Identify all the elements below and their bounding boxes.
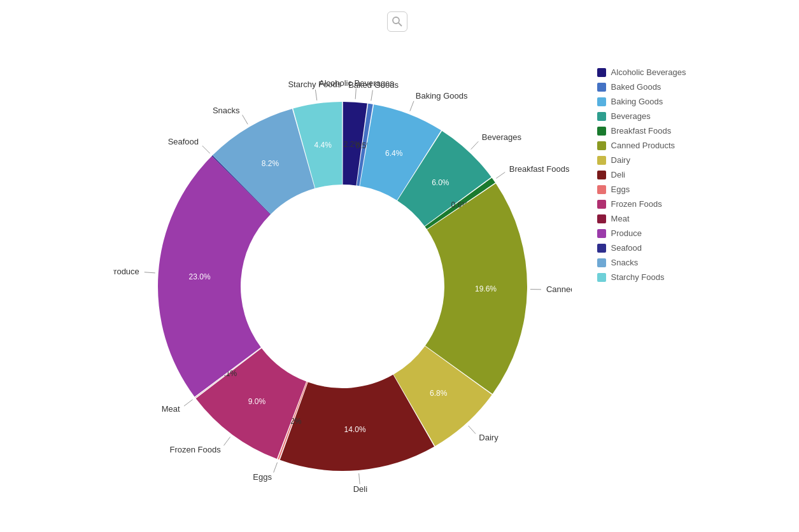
legend-label: Beverages xyxy=(611,111,651,121)
legend-label: Frozen Foods xyxy=(611,199,662,209)
legend-swatch xyxy=(597,83,606,92)
svg-line-1 xyxy=(399,23,402,26)
legend-item: Eggs xyxy=(597,185,686,194)
segment-line xyxy=(184,400,193,406)
chart-area: 2.2%0.5%6.4%6.0%0.6%19.6%6.8%14.0%0.2%9.… xyxy=(0,38,799,532)
legend-label: Canned Products xyxy=(611,141,675,150)
legend-label: Dairy xyxy=(611,155,630,165)
legend-item: Breakfast Foods xyxy=(597,126,686,136)
segment-pct-label: 6.8% xyxy=(430,389,448,398)
segment-pct-label: 23.0% xyxy=(188,272,210,281)
legend-swatch xyxy=(597,141,606,150)
legend-label: Starchy Foods xyxy=(611,272,665,282)
segment-line xyxy=(315,90,316,101)
legend-item: Alcoholic Beverages xyxy=(597,67,686,77)
legend-swatch xyxy=(597,127,606,136)
segment-line xyxy=(223,437,230,445)
segment-outer-label: Dairy xyxy=(479,433,498,442)
chart-header xyxy=(0,0,799,38)
legend-item: Snacks xyxy=(597,258,686,267)
segment-pct-label: 4.4% xyxy=(314,141,332,150)
legend-swatch xyxy=(597,229,606,238)
segment-outer-label: Snacks xyxy=(213,106,240,115)
segment-outer-label: Baked Goods xyxy=(348,80,399,90)
segment-outer-label: Starchy Foods xyxy=(288,80,341,89)
donut-chart: 2.2%0.5%6.4%6.0%0.6%19.6%6.8%14.0%0.2%9.… xyxy=(113,57,572,515)
legend-label: Produce xyxy=(611,228,642,238)
segment-line xyxy=(202,146,209,153)
segment-line xyxy=(355,88,356,99)
legend-swatch xyxy=(597,273,606,282)
segment-line xyxy=(470,141,478,149)
legend-item: Deli xyxy=(597,170,686,179)
legend-swatch xyxy=(597,185,606,194)
header-icon xyxy=(387,11,407,32)
legend-label: Meat xyxy=(611,214,630,223)
legend-item: Canned Products xyxy=(597,141,686,150)
segment-line xyxy=(273,463,277,473)
legend-swatch xyxy=(597,68,606,77)
legend-label: Breakfast Foods xyxy=(611,126,672,136)
segment-line xyxy=(496,172,505,179)
legend: Alcoholic BeveragesBaked GoodsBaking Goo… xyxy=(597,38,686,287)
segment-outer-label: Baking Goods xyxy=(415,91,467,101)
legend-label: Snacks xyxy=(611,258,639,267)
legend-label: Seafood xyxy=(611,243,642,253)
legend-label: Baked Goods xyxy=(611,82,661,92)
segment-pct-label: 14.0% xyxy=(344,425,365,434)
segment-line xyxy=(144,272,155,273)
legend-swatch xyxy=(597,97,606,106)
segment-pct-label: 8.2% xyxy=(261,159,279,168)
donut-svg: 2.2%0.5%6.4%6.0%0.6%19.6%6.8%14.0%0.2%9.… xyxy=(113,57,572,515)
segment-outer-label: Meat xyxy=(161,404,180,414)
legend-item: Baked Goods xyxy=(597,82,686,92)
legend-item: Beverages xyxy=(597,111,686,121)
legend-label: Baking Goods xyxy=(611,97,663,106)
segment-line xyxy=(409,101,413,111)
legend-swatch xyxy=(597,214,606,223)
segment-line xyxy=(358,473,359,484)
segment-line xyxy=(468,426,475,434)
segment-pct-label: 6.0% xyxy=(432,178,449,187)
segment-outer-label: Breakfast Foods xyxy=(509,164,569,174)
legend-item: Starchy Foods xyxy=(597,272,686,282)
legend-item: Seafood xyxy=(597,243,686,253)
legend-label: Alcoholic Beverages xyxy=(611,67,686,77)
legend-label: Deli xyxy=(611,170,625,179)
segment-pct-label: 6.4% xyxy=(385,149,403,158)
legend-swatch xyxy=(597,244,606,253)
segment-outer-label: Deli xyxy=(353,484,367,494)
legend-item: Produce xyxy=(597,228,686,238)
segment-line xyxy=(371,90,372,101)
legend-label: Eggs xyxy=(611,185,630,194)
svg-point-0 xyxy=(393,17,399,24)
segment-outer-label: Produce xyxy=(113,267,139,276)
segment-outer-label: Eggs xyxy=(253,472,272,482)
legend-swatch xyxy=(597,112,606,121)
legend-item: Baking Goods xyxy=(597,97,686,106)
segment-outer-label: Seafood xyxy=(167,137,198,146)
segment-pct-label: 9.0% xyxy=(248,397,265,406)
legend-swatch xyxy=(597,156,606,165)
legend-swatch xyxy=(597,200,606,209)
segment-line xyxy=(242,115,248,125)
segment-outer-label: Frozen Foods xyxy=(169,445,221,454)
legend-item: Dairy xyxy=(597,155,686,165)
legend-swatch xyxy=(597,258,606,267)
segment-outer-label: Beverages xyxy=(481,132,521,142)
segment-outer-label: Canned Products xyxy=(546,284,572,294)
legend-swatch xyxy=(597,171,606,179)
legend-item: Meat xyxy=(597,214,686,223)
legend-item: Frozen Foods xyxy=(597,199,686,209)
segment-pct-label: 19.6% xyxy=(475,284,497,293)
